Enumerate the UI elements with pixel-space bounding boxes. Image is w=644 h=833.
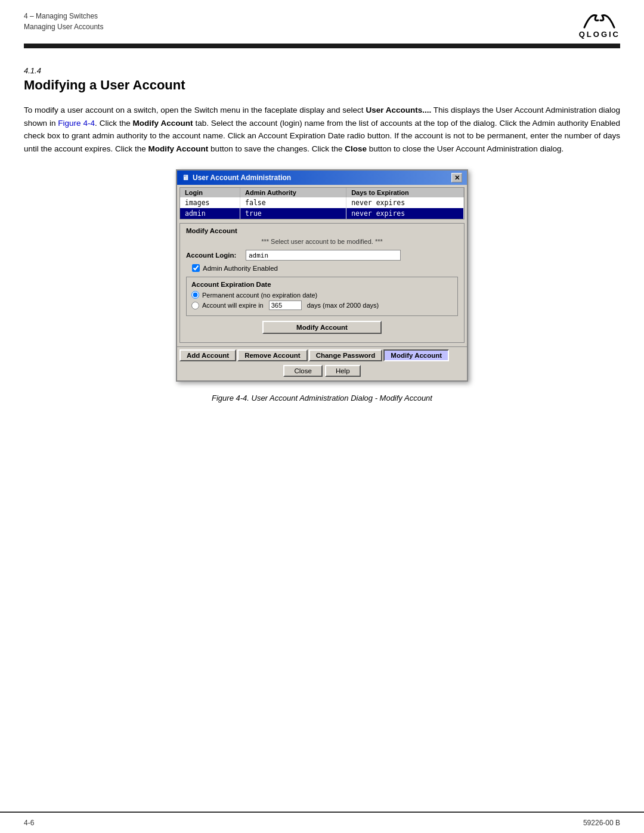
modify-account-button[interactable]: Modify Account <box>262 321 382 334</box>
header-line1: 4 – Managing Switches <box>24 11 103 21</box>
col-header-admin: Admin Authority <box>240 188 346 197</box>
dialog-title-label: User Account Administration <box>193 174 291 182</box>
tab-add-account[interactable]: Add Account <box>179 349 236 361</box>
bold-modify-account-1: Modify Account <box>133 119 193 128</box>
main-content: 4.1.4 Modifying a User Account To modify… <box>0 48 644 438</box>
tab-change-password[interactable]: Change Password <box>309 349 383 361</box>
modify-account-panel: Modify Account *** Select user account t… <box>179 223 465 343</box>
page-footer: 4-6 59226-00 B <box>0 812 644 833</box>
account-login-input[interactable] <box>246 250 401 261</box>
expire-radio-label: Account will expire in <box>202 302 264 309</box>
dialog-close-icon[interactable]: ✕ <box>451 173 462 182</box>
bold-close: Close <box>345 144 367 153</box>
section-number: 4.1.4 <box>24 66 620 75</box>
header-text: 4 – Managing Switches Managing User Acco… <box>24 11 103 32</box>
bold-modify-account-2: Modify Account <box>148 144 209 153</box>
table-row[interactable]: images false never expires <box>180 197 464 208</box>
qlogic-logo: QLOGIC <box>579 11 620 39</box>
admin-authority-label: Admin Authority Enabled <box>203 265 278 272</box>
bold-user-accounts: User Accounts.... <box>366 106 431 114</box>
close-button[interactable]: Close <box>283 365 322 377</box>
modify-action-btn-row: Modify Account <box>186 321 458 334</box>
row-expiration: never expires <box>346 208 464 219</box>
tab-remove-account[interactable]: Remove Account <box>237 349 308 361</box>
footer-right: 59226-00 B <box>583 819 620 827</box>
account-table: Login Admin Authority Days to Expiration… <box>179 187 465 219</box>
expire-days-input[interactable] <box>269 301 302 310</box>
dialog-icon: 🖥 <box>182 174 189 182</box>
row-admin: false <box>240 197 346 208</box>
expire-radio[interactable] <box>191 302 199 309</box>
select-hint: *** Select user account to be modified. … <box>186 238 458 245</box>
logo-icon <box>581 11 617 30</box>
permanent-radio[interactable] <box>191 291 199 299</box>
row-expiration: never expires <box>346 197 464 208</box>
modify-panel-title: Modify Account <box>186 227 458 234</box>
user-account-dialog: 🖥 User Account Administration ✕ Login Ad… <box>176 169 468 382</box>
body-paragraph: To modify a user account on a switch, op… <box>24 104 620 155</box>
col-header-login: Login <box>180 188 240 197</box>
figure-link[interactable]: Figure 4-4 <box>58 119 95 128</box>
admin-authority-checkbox[interactable] <box>192 264 200 272</box>
help-button[interactable]: Help <box>325 365 361 377</box>
logo-label: QLOGIC <box>579 30 620 39</box>
expiration-group: Account Expiration Date Permanent accoun… <box>186 277 458 316</box>
section-title: Modifying a User Account <box>24 78 620 93</box>
account-login-row: Account Login: <box>186 250 458 261</box>
footer-left: 4-6 <box>24 819 34 827</box>
row-admin: true <box>240 208 346 219</box>
figure-caption: Figure 4-4. User Account Administration … <box>24 394 620 402</box>
expiration-title: Account Expiration Date <box>191 281 453 288</box>
table-row[interactable]: admin true never expires <box>180 208 464 219</box>
tab-row: Add Account Remove Account Change Passwo… <box>177 346 467 363</box>
row-login: images <box>180 197 240 208</box>
dialog-title-text: 🖥 User Account Administration <box>182 174 291 182</box>
top-bar <box>24 44 620 48</box>
admin-authority-checkbox-row: Admin Authority Enabled <box>192 264 458 272</box>
permanent-radio-label: Permanent account (no expiration date) <box>202 292 317 299</box>
tab-modify-account[interactable]: Modify Account <box>383 349 449 361</box>
row-login: admin <box>180 208 240 219</box>
bottom-btn-row: Close Help <box>177 363 467 380</box>
account-login-label: Account Login: <box>186 252 246 259</box>
dialog-titlebar: 🖥 User Account Administration ✕ <box>177 171 467 185</box>
page-header: 4 – Managing Switches Managing User Acco… <box>0 0 644 39</box>
col-header-expiration: Days to Expiration <box>346 188 464 197</box>
expire-days-suffix: days (max of 2000 days) <box>307 302 379 309</box>
permanent-radio-row: Permanent account (no expiration date) <box>191 291 453 299</box>
figure-caption-text: Figure 4-4. User Account Administration … <box>212 394 432 402</box>
expire-radio-row: Account will expire in days (max of 2000… <box>191 301 453 310</box>
header-line2: Managing User Accounts <box>24 21 103 32</box>
dialog-wrapper: 🖥 User Account Administration ✕ Login Ad… <box>24 169 620 382</box>
